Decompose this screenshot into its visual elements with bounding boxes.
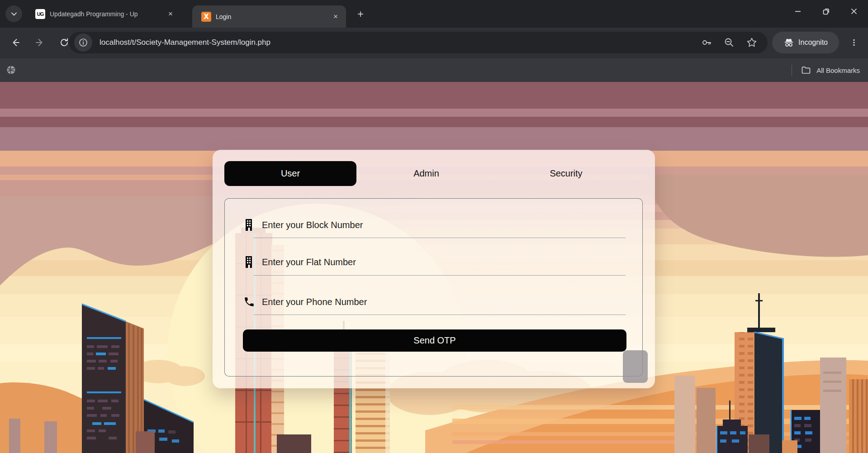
info-icon <box>79 38 88 47</box>
building-icon <box>243 219 256 231</box>
bookmarks-separator <box>792 65 792 76</box>
close-tab-icon[interactable]: × <box>165 8 176 20</box>
minimize-icon <box>794 8 802 15</box>
tab-updategadh[interactable]: UG Updategadh Programming - Up × <box>29 0 181 28</box>
all-bookmarks-label: All Bookmarks <box>816 67 860 74</box>
close-icon <box>850 8 858 15</box>
minimize-button[interactable] <box>784 0 812 23</box>
incognito-badge[interactable]: Incognito <box>772 32 839 53</box>
tab-login[interactable]: X Login × <box>192 5 346 28</box>
block-number-input[interactable] <box>262 220 606 230</box>
login-card: User Admin Security <box>213 150 655 388</box>
flat-number-row <box>243 253 606 271</box>
password-key-icon[interactable] <box>701 37 712 48</box>
page-viewport: User Admin Security <box>0 82 868 453</box>
tab-user[interactable]: User <box>224 161 356 186</box>
phone-icon <box>243 296 256 308</box>
input-underline <box>254 238 626 238</box>
restore-icon <box>822 8 830 15</box>
tab-search-button[interactable] <box>5 5 22 22</box>
xampp-favicon: X <box>201 12 211 22</box>
tab-admin[interactable]: Admin <box>356 161 496 186</box>
input-underline <box>254 275 626 276</box>
user-login-form: Send OTP <box>224 198 643 377</box>
flat-number-input[interactable] <box>262 257 606 267</box>
urlbar-actions <box>701 32 758 53</box>
send-otp-button[interactable]: Send OTP <box>243 329 626 352</box>
forward-arrow-icon <box>35 38 45 48</box>
new-tab-button[interactable]: + <box>353 6 368 22</box>
url-text[interactable]: localhost/t/Society-Management-System/lo… <box>100 38 270 47</box>
tab-title: Login <box>216 13 325 20</box>
tab-title: Updategadh Programming - Up <box>50 10 160 18</box>
browser-menu-button[interactable] <box>845 33 863 52</box>
all-bookmarks-button[interactable]: All Bookmarks <box>792 58 860 82</box>
ug-favicon: UG <box>35 9 45 19</box>
restore-button[interactable] <box>812 0 840 23</box>
bookmark-star-icon[interactable] <box>746 37 758 48</box>
window-controls <box>784 0 868 23</box>
site-info-button[interactable] <box>74 33 92 52</box>
browser-toolbar: localhost/t/Society-Management-System/lo… <box>0 28 868 57</box>
tab-security[interactable]: Security <box>496 161 636 186</box>
reload-icon <box>59 38 69 48</box>
chevron-down-icon <box>10 10 18 18</box>
incognito-label: Incognito <box>798 38 828 47</box>
block-number-row <box>243 216 606 234</box>
three-dots-icon <box>850 38 858 47</box>
bookmarks-bar: All Bookmarks <box>0 57 868 82</box>
phone-number-input[interactable] <box>262 297 606 307</box>
browser-window: UG Updategadh Programming - Up × X Login… <box>0 0 868 453</box>
zoom-out-icon[interactable] <box>723 37 735 48</box>
scroll-thumb[interactable] <box>623 350 648 383</box>
incognito-icon <box>783 37 794 48</box>
forward-button[interactable] <box>31 33 49 52</box>
close-window-button[interactable] <box>840 0 868 23</box>
phone-number-row <box>243 293 606 311</box>
address-bar[interactable]: localhost/t/Society-Management-System/lo… <box>69 32 768 53</box>
building-icon <box>243 256 256 268</box>
tab-strip: UG Updategadh Programming - Up × X Login… <box>0 0 868 28</box>
back-button[interactable] <box>6 33 24 52</box>
input-underline <box>254 315 626 315</box>
close-tab-icon[interactable]: × <box>330 11 342 23</box>
folder-icon <box>801 65 811 75</box>
bookmark-globe-item[interactable] <box>6 65 16 75</box>
globe-icon <box>6 65 16 75</box>
back-arrow-icon <box>10 38 20 48</box>
